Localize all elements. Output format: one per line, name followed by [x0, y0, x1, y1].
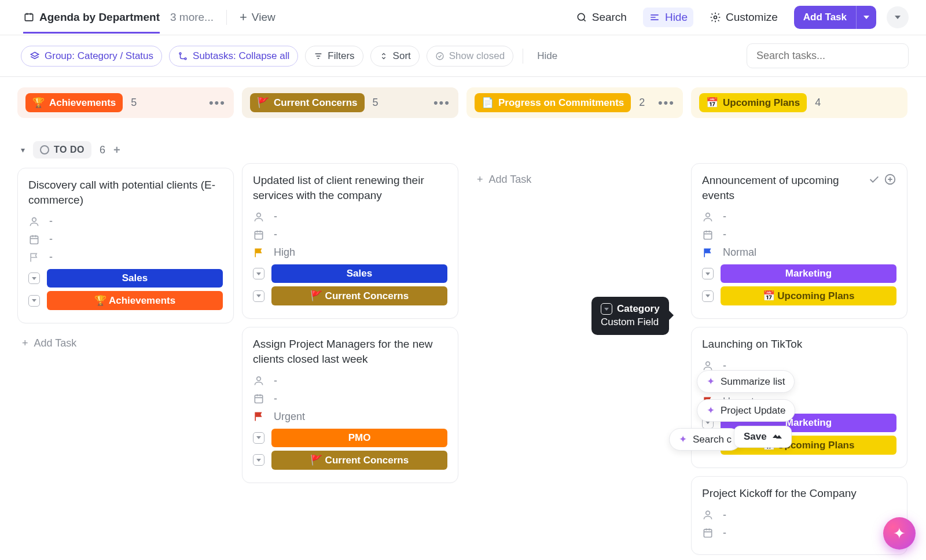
column-more-button[interactable]: ••• [209, 95, 226, 110]
add-task-link[interactable]: +Add Task [466, 163, 683, 196]
tag[interactable]: 📅 Upcoming Plans [721, 286, 896, 305]
column-header[interactable]: 🏆Achievements5••• [17, 87, 234, 118]
hide-button[interactable]: Hide [643, 8, 693, 27]
hide-icon [649, 12, 660, 23]
card-actions [868, 173, 896, 186]
column-header[interactable]: 📅Upcoming Plans4 [691, 87, 907, 118]
pin-board-icon [23, 12, 35, 23]
add-view-label: View [252, 11, 275, 24]
person-icon [702, 211, 714, 223]
task-card[interactable]: Updated list of client renewing their se… [242, 163, 458, 319]
person-icon [28, 216, 40, 227]
badge-text: Progress on Commitments [498, 97, 624, 109]
date-value: - [723, 229, 726, 241]
date-row[interactable]: - [702, 527, 896, 539]
column-header[interactable]: 📄Progress on Commitments2••• [466, 87, 683, 118]
date-row[interactable]: - [702, 229, 896, 241]
save-button[interactable]: Save [734, 426, 792, 448]
svg-point-10 [257, 377, 261, 381]
search-icon [576, 12, 587, 23]
priority-row[interactable]: - [28, 251, 223, 263]
date-row[interactable]: - [28, 233, 223, 245]
column-more-button[interactable]: ••• [433, 95, 450, 110]
add-task-dropdown[interactable] [856, 6, 876, 29]
assignee-row[interactable]: - [253, 375, 447, 387]
tag[interactable]: Sales [271, 264, 447, 283]
dropdown-icon[interactable] [253, 290, 264, 302]
date-row[interactable]: - [253, 229, 447, 241]
separator [226, 10, 227, 25]
overflow-menu-button[interactable] [887, 6, 909, 28]
group-pill[interactable]: Group: Category / Status [21, 46, 162, 67]
add-task-link[interactable]: +Add Task [17, 331, 234, 355]
dropdown-icon[interactable] [702, 290, 714, 302]
search-button[interactable]: Search [570, 8, 633, 27]
column-more-button[interactable]: ••• [658, 95, 675, 110]
task-card[interactable]: Assign Project Managers for the new clie… [242, 327, 458, 482]
tag[interactable]: 🚩 Current Concerns [271, 286, 447, 305]
search-label: Search [592, 11, 627, 24]
add-view-button[interactable]: + View [240, 10, 275, 25]
status-chip[interactable]: TO DO [33, 141, 91, 159]
tag[interactable]: Sales [47, 269, 223, 288]
column-count: 4 [815, 97, 821, 109]
ai-summarize-chip[interactable]: ✦ Summarize list [697, 370, 795, 393]
tag[interactable]: PMO [271, 429, 447, 447]
column-header[interactable]: 🚩Current Concerns5••• [242, 87, 458, 118]
ai-search-chip[interactable]: ✦ Search c [669, 428, 741, 451]
assignee-row[interactable]: - [28, 215, 223, 227]
dropdown-icon[interactable] [253, 432, 264, 444]
sparkle-icon: ✦ [707, 404, 715, 417]
dropdown-icon[interactable] [28, 272, 40, 284]
customize-button[interactable]: Customize [704, 8, 784, 27]
dropdown-icon[interactable] [253, 454, 264, 466]
add-status-button[interactable]: + [113, 143, 120, 157]
tag[interactable]: 🚩 Current Concerns [271, 451, 447, 470]
dropdown-icon[interactable] [702, 268, 714, 279]
dropdown-icon[interactable] [253, 268, 264, 279]
priority-label: Normal [723, 246, 756, 259]
hide-link[interactable]: Hide [532, 50, 562, 62]
more-views-link[interactable]: 3 more... [170, 11, 214, 24]
tooltip-title: Category [617, 303, 660, 316]
priority-row[interactable]: High [253, 246, 447, 259]
show-closed-pill[interactable]: Show closed [427, 46, 513, 67]
tag-row: 🚩 Current Concerns [253, 451, 447, 470]
subtasks-pill[interactable]: Subtasks: Collapse all [169, 46, 298, 67]
flag-icon [253, 247, 264, 259]
task-card[interactable]: Discovery call with potential clients (E… [17, 168, 234, 323]
tab-agenda-by-department[interactable]: Agenda by Department [23, 8, 160, 34]
date-row[interactable]: - [253, 393, 447, 405]
status-group-header[interactable]: ▾TO DO6+ [21, 141, 234, 159]
sort-pill[interactable]: Sort [370, 46, 420, 67]
add-task-button[interactable]: Add Task [794, 6, 876, 29]
task-card[interactable]: Announcement of upcoming events--NormalM… [691, 163, 907, 319]
assignee-row[interactable]: - [702, 509, 896, 521]
assignee-row[interactable]: - [702, 211, 896, 223]
check-icon[interactable] [868, 173, 880, 186]
calendar-icon [702, 229, 714, 241]
filters-pill[interactable]: Filters [305, 46, 363, 67]
tag[interactable]: 🏆 Achievements [47, 291, 223, 310]
separator [523, 49, 523, 64]
assignee-row[interactable]: - [253, 211, 447, 223]
dropdown-icon [601, 303, 612, 315]
plus-icon: + [240, 10, 247, 25]
search-input[interactable] [747, 43, 909, 68]
priority-label: Urgent [274, 411, 305, 423]
priority-label: - [49, 251, 53, 263]
task-card[interactable]: Project Kickoff for the Company-- [691, 476, 907, 555]
column-count: 2 [639, 97, 645, 109]
view-name: Agenda by Department [39, 11, 160, 24]
svg-point-2 [714, 16, 716, 19]
add-icon[interactable] [884, 173, 896, 186]
priority-row[interactable]: Normal [702, 246, 896, 259]
assignee-value: - [274, 211, 277, 223]
ai-fab-button[interactable]: ✦ [883, 517, 916, 550]
priority-row[interactable]: Urgent [253, 411, 447, 423]
svg-rect-14 [704, 231, 711, 239]
ai-project-update-chip[interactable]: ✦ Project Update [697, 399, 795, 422]
tag[interactable]: Marketing [721, 264, 896, 283]
dropdown-icon[interactable] [28, 295, 40, 307]
svg-point-13 [706, 213, 710, 217]
